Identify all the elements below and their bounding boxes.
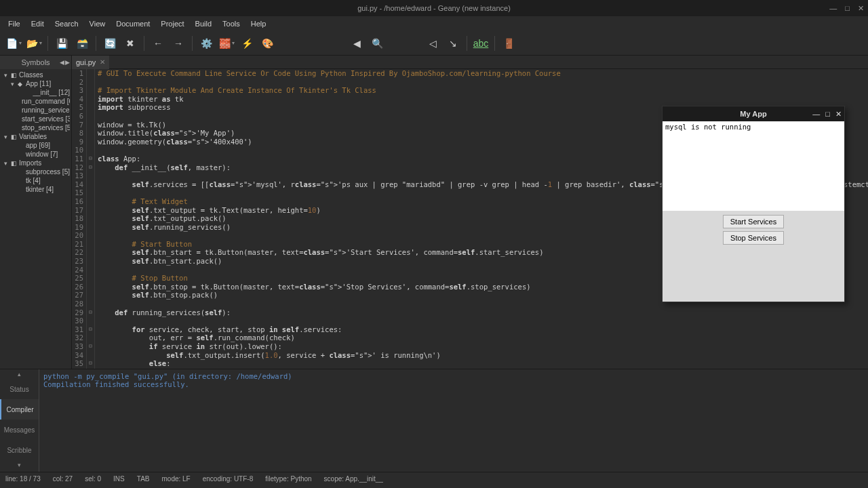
menu-bar: FileEditSearchViewDocumentProjectBuildTo…	[0, 16, 868, 31]
toolbar: 📄▾ 📂▾ 💾 🗃️ 🔄 ✖ ← → ⚙️ 🧱▾ ⚡ 🎨 ◀ 🔍 ◁ ↘ abc…	[0, 31, 868, 56]
status-col: col: 27	[53, 475, 73, 483]
my-app-close-icon[interactable]: ✕	[835, 110, 842, 119]
bottom-tab-down-icon[interactable]: ▾	[0, 460, 39, 470]
symbols-tree[interactable]: ▾◧Classes▾◆App [11]__init__ [12]run_comm…	[0, 69, 71, 369]
bottom-tab-compiler[interactable]: Compiler	[0, 399, 39, 420]
menu-search[interactable]: Search	[50, 18, 84, 30]
stop-services-button[interactable]: Stop Services	[723, 231, 784, 245]
menu-help[interactable]: Help	[245, 18, 272, 30]
goto-back-button[interactable]: ◁	[423, 34, 442, 53]
quit-button[interactable]: 🚪	[499, 34, 518, 53]
menu-build[interactable]: Build	[190, 18, 217, 30]
spellcheck-button[interactable]: abc	[471, 34, 490, 53]
sidebar-left-icon[interactable]: ◀	[60, 59, 64, 66]
tree-node[interactable]: ▾◆App [11]	[1, 79, 70, 88]
save-button[interactable]: 💾	[52, 34, 71, 53]
tab-close-icon[interactable]: ✕	[100, 58, 105, 66]
my-app-window[interactable]: My App — □ ✕ mysql is not running Start …	[662, 106, 845, 302]
tree-node[interactable]: start_services [38	[1, 115, 70, 123]
my-app-titlebar[interactable]: My App — □ ✕	[663, 106, 844, 121]
tree-node[interactable]: app [69]	[1, 141, 70, 150]
compile-button[interactable]: ⚙️	[197, 34, 216, 53]
status-bar: line: 18 / 73 col: 27 sel: 0 INS TAB mod…	[0, 472, 868, 485]
status-encoding: encoding: UTF-8	[203, 475, 253, 483]
title-bar: gui.py - /home/edward - Geany (new insta…	[0, 0, 868, 16]
status-mode: mode: LF	[161, 475, 190, 483]
tree-node[interactable]: tkinter [4]	[1, 185, 70, 194]
back-button[interactable]: ←	[149, 34, 167, 53]
sidebar-header: Symbols ◀▶	[0, 56, 71, 69]
tree-node[interactable]: stop_services [52	[1, 123, 70, 132]
window-title: gui.py - /home/edward - Geany (new insta…	[357, 4, 511, 12]
compiler-line-2: Compilation finished successfully.	[43, 380, 864, 388]
execute-button[interactable]: ⚡	[237, 34, 256, 53]
start-services-button[interactable]: Start Services	[723, 215, 784, 228]
tree-node[interactable]: running_services	[1, 106, 70, 115]
status-ins: INS	[113, 475, 125, 483]
tab-bar: gui.py ✕	[72, 56, 868, 69]
tree-node[interactable]: tk [4]	[1, 176, 70, 185]
status-scope: scope: App.__init__	[324, 475, 383, 483]
bottom-tab-scribble[interactable]: Scribble	[0, 440, 39, 460]
bottom-tab-messages[interactable]: Messages	[0, 420, 39, 440]
tree-node[interactable]: subprocess [5]	[1, 167, 70, 176]
maximize-icon[interactable]: □	[845, 4, 850, 13]
sidebar-title: Symbols	[21, 58, 50, 66]
tree-node[interactable]: ▾◧Variables	[1, 132, 70, 141]
line-gutter: 1 2 3 4 5 6 7 8 9 10 11 12 13 14 15 16 1…	[72, 69, 87, 369]
tree-node[interactable]: window [7]	[1, 150, 70, 159]
bottom-tab-status[interactable]: Status	[0, 379, 39, 399]
menu-view[interactable]: View	[84, 18, 111, 30]
tree-node[interactable]: ▾◧Imports	[1, 159, 70, 167]
minimize-icon[interactable]: —	[829, 4, 837, 13]
tab-label: gui.py	[76, 58, 96, 66]
status-tab: TAB	[137, 475, 150, 483]
menu-document[interactable]: Document	[111, 18, 155, 30]
tree-node[interactable]: ▾◧Classes	[1, 70, 70, 79]
sidebar-right-icon[interactable]: ▶	[65, 59, 70, 66]
my-app-maximize-icon[interactable]: □	[825, 110, 830, 119]
bottom-panel: ▴StatusCompilerMessagesScribble▾ python …	[0, 369, 868, 472]
menu-project[interactable]: Project	[155, 18, 189, 30]
fold-column[interactable]: ⊟ ⊟ ⊟ ⊟ ⊟ ⊟	[87, 69, 95, 369]
bottom-tabs: ▴StatusCompilerMessagesScribble▾	[0, 369, 39, 472]
status-filetype: filetype: Python	[265, 475, 311, 483]
open-file-button[interactable]: 📂▾	[24, 34, 43, 53]
menu-file[interactable]: File	[3, 18, 26, 30]
close-icon[interactable]: ✕	[858, 4, 864, 13]
status-line: line: 18 / 73	[5, 475, 41, 483]
compiler-output[interactable]: python -m py_compile "gui.py" (in direct…	[39, 369, 868, 472]
bottom-tab-up-icon[interactable]: ▴	[0, 369, 39, 379]
menu-edit[interactable]: Edit	[26, 18, 50, 30]
forward-button[interactable]: →	[169, 34, 188, 53]
sidebar: Symbols ◀▶ ▾◧Classes▾◆App [11]__init__ […	[0, 56, 72, 369]
goto-line-button[interactable]: ↘	[443, 34, 462, 53]
build-button[interactable]: 🧱▾	[217, 34, 236, 53]
tree-node[interactable]: run_command [6	[1, 97, 70, 106]
reload-button[interactable]: 🔄	[100, 34, 119, 53]
my-app-text-output[interactable]: mysql is not running	[663, 121, 844, 211]
close-file-button[interactable]: ✖	[121, 34, 140, 53]
jump-back-button[interactable]: ◀	[347, 34, 366, 53]
color-chooser-button[interactable]: 🎨	[258, 34, 277, 53]
tab-gui-py[interactable]: gui.py ✕	[72, 56, 109, 69]
status-sel: sel: 0	[85, 475, 101, 483]
save-all-button[interactable]: 🗃️	[73, 34, 92, 53]
tree-node[interactable]: __init__ [12]	[1, 88, 70, 97]
compiler-line-1: python -m py_compile "gui.py" (in direct…	[43, 372, 864, 380]
menu-tools[interactable]: Tools	[217, 18, 245, 30]
my-app-title: My App	[740, 110, 766, 118]
my-app-minimize-icon[interactable]: —	[812, 110, 820, 119]
find-button[interactable]: 🔍	[368, 34, 387, 53]
new-file-button[interactable]: 📄▾	[4, 34, 23, 53]
